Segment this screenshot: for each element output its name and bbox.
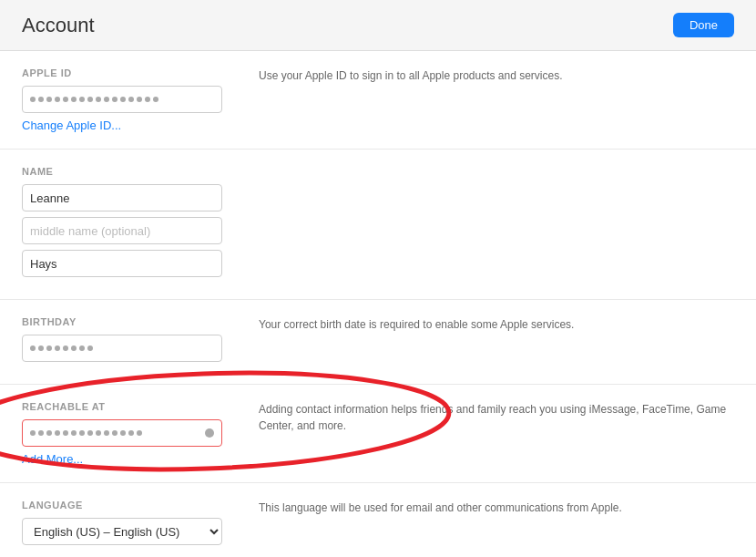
blur-dot [71,430,77,436]
blur-dot [120,430,126,436]
blur-dot [137,97,142,102]
blur-dot [63,430,68,436]
blur-dot [55,97,60,102]
reachable-right: Adding contact information helps friends… [240,401,734,434]
blur-dot [128,430,134,436]
done-button[interactable]: Done [673,13,734,37]
blur-dot [79,430,85,436]
blur-dot [30,430,36,436]
blur-dot [71,346,77,351]
header: Account Done [0,0,756,51]
blur-dot [87,346,93,351]
birthday-description: Your correct birth date is required to e… [259,318,574,331]
reachable-field [22,419,222,447]
blur-dot [38,430,44,436]
main-content: APPLE ID [0,51,756,557]
apple-id-blur [30,97,158,102]
apple-id-field [22,86,222,113]
blur-dot [87,97,93,102]
add-more-link[interactable]: Add More... [22,452,83,466]
first-name-field[interactable] [22,184,222,211]
blur-dot [79,97,85,102]
blur-dot [38,97,44,102]
birthday-blur [30,346,93,351]
middle-name-field[interactable] [22,217,222,244]
blur-dot [79,346,85,351]
blur-dot [55,346,60,351]
apple-id-left: APPLE ID [22,67,240,132]
name-section: NAME [0,150,756,300]
language-description: This language will be used for email and… [259,501,622,514]
apple-id-right: Use your Apple ID to sign in to all Appl… [240,67,734,84]
reachable-blur [30,430,201,436]
blur-dot [87,430,93,436]
blur-dot [145,97,150,102]
blur-dot [71,97,77,102]
language-right: This language will be used for email and… [240,500,734,516]
language-section: LANGUAGE English (US) – English (US) Spa… [0,483,756,557]
birthday-field [22,335,222,362]
reachable-label: REACHABLE AT [22,401,240,412]
blur-dot [96,97,101,102]
page-container: Account Done APPLE ID [0,0,756,557]
apple-id-label: APPLE ID [22,67,240,78]
blur-dot [104,430,109,436]
blur-dot [63,346,68,351]
blur-dot [104,97,109,102]
last-name-field[interactable] [22,250,222,277]
blur-dot [46,430,52,436]
birthday-section: BIRTHDAY Your correct birth date i [0,300,756,385]
blur-dot [112,430,117,436]
birthday-label: BIRTHDAY [22,316,240,327]
apple-id-section: APPLE ID [0,51,756,150]
birthday-right: Your correct birth date is required to e… [240,316,734,333]
blur-dot [46,97,52,102]
language-select[interactable]: English (US) – English (US) Spanish Fren… [22,518,222,545]
blur-dot [55,430,60,436]
page-title: Account [22,14,347,37]
blur-dot [38,346,44,351]
name-label: NAME [22,166,240,177]
blur-dot [120,97,126,102]
apple-id-description: Use your Apple ID to sign in to all Appl… [259,69,563,82]
blur-dot [63,97,68,102]
blur-dot [30,346,36,351]
reachable-description: Adding contact information helps friends… [259,403,726,432]
blur-dot [46,346,52,351]
blur-dot [30,97,36,102]
language-label: LANGUAGE [22,500,240,511]
reachable-left: REACHABLE AT [22,401,240,466]
birthday-left: BIRTHDAY [22,316,240,367]
verified-indicator [205,428,214,438]
blur-dot [112,97,117,102]
blur-dot [128,97,134,102]
change-apple-id-link[interactable]: Change Apple ID... [22,119,121,132]
blur-dot [137,430,142,436]
blur-dot [96,430,101,436]
reachable-section: REACHABLE AT [0,385,756,483]
name-left: NAME [22,166,240,283]
blur-dot [153,97,158,102]
language-left: LANGUAGE English (US) – English (US) Spa… [22,500,240,545]
